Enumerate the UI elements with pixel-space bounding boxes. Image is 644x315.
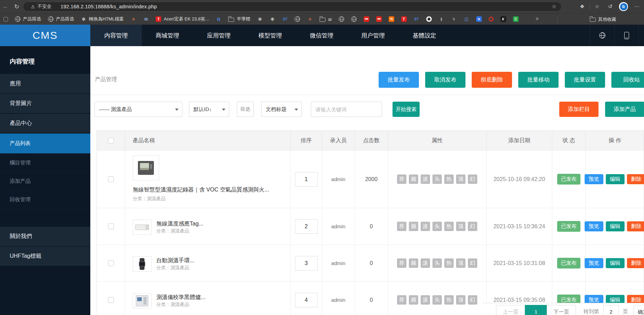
product-thumbnail[interactable] bbox=[133, 220, 151, 235]
sort-input[interactable] bbox=[295, 293, 318, 307]
row-checkbox[interactable] bbox=[108, 176, 114, 182]
attr-badge[interactable]: 荐 bbox=[397, 222, 406, 231]
bookmark-item[interactable]: ai bbox=[316, 14, 335, 25]
attr-badge[interactable]: 滚 bbox=[421, 258, 430, 268]
attr-badge[interactable]: 头 bbox=[432, 295, 442, 305]
delete-button[interactable]: 删除 bbox=[627, 258, 644, 268]
bookmark-item[interactable]: ≬ bbox=[435, 14, 448, 25]
product-title[interactable]: 無線溫度感應Tag... bbox=[156, 221, 203, 227]
bookmark-item[interactable]: ST bbox=[279, 14, 291, 25]
attr-badge[interactable]: 热 bbox=[444, 258, 454, 268]
back-icon[interactable]: ← bbox=[0, 3, 11, 10]
bookmark-item[interactable]: ✻ bbox=[254, 14, 266, 25]
next-page-button[interactable]: 下一页 bbox=[547, 305, 576, 315]
favorite-star-icon[interactable]: ☆ bbox=[552, 3, 556, 10]
bookmark-item[interactable]: 产品筛选 bbox=[44, 14, 77, 25]
bookmark-item[interactable]: ✳ bbox=[304, 14, 316, 25]
sidebar-group[interactable]: 產品中心 bbox=[0, 114, 90, 134]
bulk-action-button[interactable]: 批量设置 bbox=[565, 72, 605, 88]
add-product-button[interactable]: 添加产品 bbox=[605, 102, 644, 117]
product-title[interactable]: 自動測溫手環... bbox=[156, 257, 194, 263]
bulk-action-button[interactable]: 批量发布 bbox=[379, 72, 419, 88]
attr-badge[interactable]: 幻 bbox=[468, 295, 477, 305]
bulk-action-button[interactable]: 批量移动 bbox=[518, 72, 559, 88]
sidebar-group[interactable]: 應用 bbox=[0, 74, 90, 94]
bookmark-item[interactable] bbox=[423, 14, 435, 25]
bookmark-item[interactable] bbox=[291, 14, 304, 25]
sort-input[interactable] bbox=[295, 172, 318, 187]
delete-button[interactable]: 删除 bbox=[627, 174, 644, 184]
row-checkbox[interactable] bbox=[108, 260, 114, 266]
profile-avatar[interactable]: b bbox=[619, 2, 628, 11]
delete-button[interactable]: 删除 bbox=[627, 221, 644, 231]
attr-badge[interactable]: 荐 bbox=[397, 295, 406, 305]
attr-badge[interactable]: 频 bbox=[409, 222, 418, 231]
nav-tab[interactable]: 模型管理 bbox=[245, 25, 296, 46]
bookmark-item[interactable]: 安 bbox=[510, 14, 522, 25]
keyword-input[interactable] bbox=[311, 102, 382, 117]
attr-badge[interactable]: 幻 bbox=[468, 174, 477, 184]
bookmark-item[interactable] bbox=[373, 14, 385, 25]
mobile-view-button[interactable] bbox=[614, 25, 638, 46]
sidebar-subitem[interactable]: 欄目管理 bbox=[0, 154, 90, 172]
attr-badge[interactable]: 顶 bbox=[456, 222, 465, 231]
bookmark-item[interactable]: G bbox=[212, 14, 225, 25]
sidebar-subitem[interactable]: 产品列表 bbox=[0, 134, 90, 154]
bookmark-item[interactable] bbox=[0, 14, 11, 25]
nav-tab[interactable]: 微信管理 bbox=[296, 25, 347, 46]
menu-icon[interactable]: ⋯ bbox=[630, 3, 643, 10]
product-thumbnail[interactable] bbox=[133, 256, 151, 272]
attr-badge[interactable]: 频 bbox=[409, 174, 418, 184]
row-checkbox[interactable] bbox=[108, 223, 114, 229]
preview-button[interactable]: 预览 bbox=[585, 258, 603, 268]
bookmark-item[interactable]: 半導體 bbox=[225, 14, 254, 25]
bookmark-item[interactable]: T Acer/宏碁 EK 23.8英... bbox=[152, 14, 212, 25]
row-checkbox[interactable] bbox=[108, 297, 114, 303]
attr-badge[interactable]: 头 bbox=[432, 258, 442, 268]
attr-badge[interactable]: 头 bbox=[432, 222, 442, 231]
nav-tab[interactable]: 商城管理 bbox=[142, 25, 193, 46]
bookmark-item[interactable]: ST bbox=[410, 14, 423, 25]
sort-input[interactable] bbox=[295, 256, 318, 271]
add-category-button[interactable]: 添加栏目 bbox=[559, 102, 598, 117]
attr-badge[interactable]: 荐 bbox=[397, 174, 406, 184]
attr-badge[interactable]: 顶 bbox=[456, 174, 465, 184]
attr-badge[interactable]: 顶 bbox=[456, 258, 465, 268]
attr-badge[interactable]: 头 bbox=[432, 174, 442, 184]
bookmark-item[interactable]: ✳ bbox=[127, 14, 140, 25]
attr-badge[interactable]: 频 bbox=[409, 295, 418, 305]
language-button[interactable] bbox=[590, 25, 614, 46]
security-label[interactable]: 不安全 bbox=[38, 3, 52, 10]
attr-badge[interactable]: 热 bbox=[444, 174, 454, 184]
search-button[interactable]: 开始搜索 bbox=[393, 102, 420, 117]
product-title[interactable]: 測溫儀校準黑體爐... bbox=[156, 294, 205, 300]
attr-badge[interactable]: 滚 bbox=[421, 174, 430, 184]
nav-tab[interactable]: 内容管理 bbox=[90, 25, 142, 46]
attr-badge[interactable]: 顶 bbox=[456, 295, 465, 305]
bulk-action-button[interactable]: 取消发布 bbox=[425, 72, 465, 88]
bookmark-item[interactable]: ✻ 轉換為HTML檔案 bbox=[77, 14, 127, 25]
bulk-action-button[interactable]: 回收站 bbox=[611, 72, 644, 88]
sidebar-group[interactable]: UHFTag標籤 bbox=[0, 247, 90, 266]
category-select[interactable]: —— 測溫產品 bbox=[94, 102, 182, 117]
filter-button[interactable]: 筛选 bbox=[237, 102, 254, 117]
nav-tab[interactable]: 应用管理 bbox=[193, 25, 245, 46]
bookmark-item[interactable]: ✉ bbox=[140, 14, 152, 25]
sidebar-group[interactable]: 背景圖片 bbox=[0, 94, 90, 114]
attr-badge[interactable]: 热 bbox=[444, 222, 454, 231]
bulk-action-button[interactable]: 彻底删除 bbox=[472, 72, 512, 88]
nav-tab[interactable]: 用户管理 bbox=[347, 25, 399, 46]
bookmark-item[interactable]: 产品筛选 bbox=[11, 14, 44, 25]
product-thumbnail[interactable] bbox=[133, 155, 159, 180]
product-thumbnail[interactable] bbox=[133, 293, 151, 308]
attr-badge[interactable]: 滚 bbox=[421, 222, 430, 231]
prev-page-button[interactable]: 上一页 bbox=[496, 305, 525, 315]
attr-badge[interactable]: 热 bbox=[444, 295, 454, 305]
app-logo[interactable]: CMS bbox=[0, 25, 90, 46]
preview-button[interactable]: 预览 bbox=[585, 221, 603, 231]
address-bar[interactable]: ⚠ 不安全 192.168.2.105:18888/ks_admin/index… bbox=[23, 2, 562, 11]
bookmark-item[interactable]: K bbox=[497, 14, 510, 25]
bookmark-item[interactable]: 淘 bbox=[385, 14, 398, 25]
bookmark-item[interactable]: T bbox=[398, 14, 410, 25]
sidebar-subitem[interactable]: 回收管理 bbox=[0, 190, 90, 209]
